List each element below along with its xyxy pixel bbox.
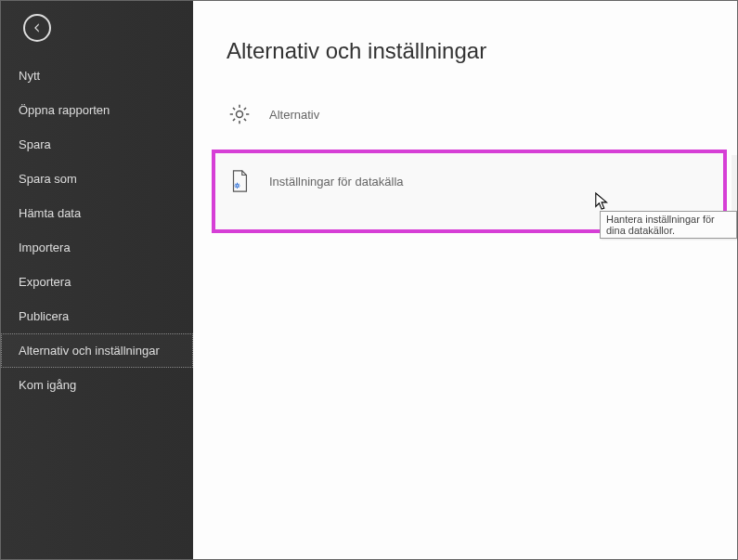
option-label: Alternativ: [269, 108, 319, 122]
sidebar-item-publish[interactable]: Publicera: [1, 299, 193, 333]
gear-icon: [227, 101, 252, 127]
tooltip: Hantera inställningar för dina datakällo…: [600, 211, 737, 239]
sidebar-item-label: Publicera: [19, 309, 69, 323]
arrow-left-icon: [31, 21, 44, 34]
sidebar-item-label: Alternativ och inställningar: [19, 344, 160, 358]
main-panel: Alternativ och inställningar Alternativ: [193, 1, 737, 559]
sidebar-item-label: Spara: [19, 137, 51, 151]
option-alternatives[interactable]: Alternativ: [193, 90, 737, 138]
sidebar-item-save-as[interactable]: Spara som: [1, 162, 193, 196]
sidebar-item-new[interactable]: Nytt: [1, 59, 193, 93]
sidebar: Nytt Öppna rapporten Spara Spara som Häm…: [1, 1, 193, 559]
sidebar-item-get-started[interactable]: Kom igång: [1, 368, 193, 402]
sidebar-item-label: Nytt: [19, 69, 40, 83]
sidebar-item-export[interactable]: Exportera: [1, 265, 193, 299]
document-gear-icon: [227, 168, 252, 194]
sidebar-item-label: Importera: [19, 241, 71, 254]
app-window: Nytt Öppna rapporten Spara Spara som Häm…: [0, 0, 738, 560]
sidebar-item-open-report[interactable]: Öppna rapporten: [1, 93, 193, 127]
cursor-icon: [594, 191, 611, 212]
sidebar-item-label: Kom igång: [19, 378, 76, 392]
sidebar-item-label: Hämta data: [19, 206, 81, 220]
sidebar-item-get-data[interactable]: Hämta data: [1, 196, 193, 230]
svg-point-0: [237, 111, 243, 118]
option-datasource-settings[interactable]: Inställningar för datakälla: [227, 168, 404, 194]
back-button[interactable]: [23, 14, 51, 42]
svg-point-1: [236, 185, 239, 188]
sidebar-item-label: Öppna rapporten: [19, 103, 110, 117]
sidebar-item-save[interactable]: Spara: [1, 127, 193, 162]
sidebar-item-import[interactable]: Importera: [1, 230, 193, 265]
option-label: Inställningar för datakälla: [269, 175, 404, 189]
page-title: Alternativ och inställningar: [193, 38, 737, 64]
sidebar-item-label: Spara som: [19, 172, 77, 186]
sidebar-item-label: Exportera: [19, 275, 71, 289]
sidebar-item-options-settings[interactable]: Alternativ och inställningar: [1, 333, 193, 368]
